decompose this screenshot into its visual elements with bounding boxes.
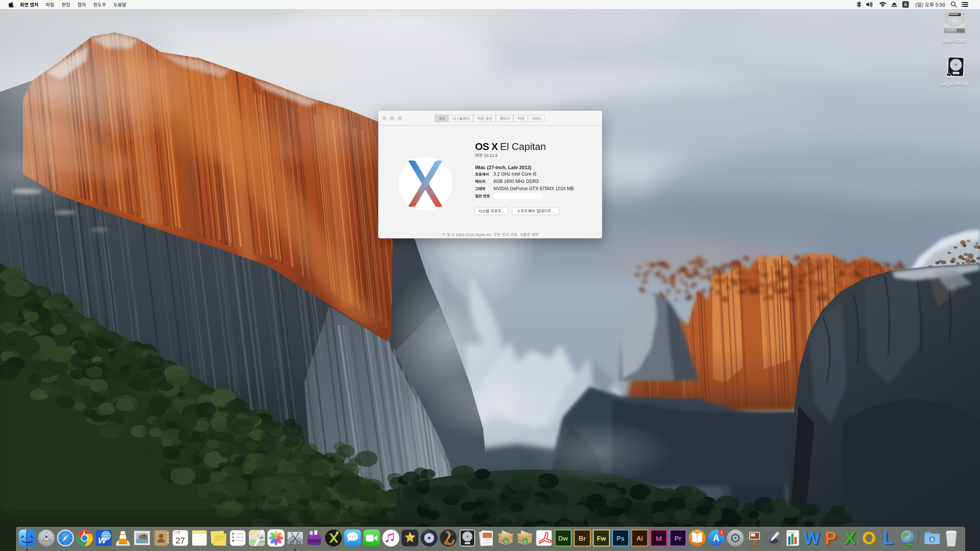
svg-text:iMac (27-inch, Late 2012): iMac (27-inch, Late 2012): [475, 165, 531, 170]
svg-text:W: W: [803, 529, 820, 547]
svg-text:3.2 GHz Intel Core i5: 3.2 GHz Intel Core i5: [493, 171, 536, 177]
svg-text:w: w: [98, 534, 107, 546]
svg-text:A: A: [713, 533, 719, 543]
svg-text:Br: Br: [579, 535, 586, 542]
svg-text:L: L: [883, 529, 893, 547]
svg-text:Ps: Ps: [617, 535, 625, 542]
svg-text:8GB 1600 MHz DDR3: 8GB 1600 MHz DDR3: [493, 179, 539, 184]
svg-text:Fw: Fw: [597, 535, 606, 542]
svg-text:A: A: [904, 2, 907, 7]
svg-text:1: 1: [720, 530, 723, 535]
svg-text:Ai: Ai: [637, 535, 643, 542]
svg-text:OS X El Capitan: OS X El Capitan: [475, 141, 546, 152]
svg-text:NVIDIA GeForce GTX 675MX 1024: NVIDIA GeForce GTX 675MX 1024 MB: [493, 186, 574, 191]
svg-text:27: 27: [176, 536, 185, 545]
svg-text:P: P: [825, 529, 837, 547]
svg-text:Id: Id: [656, 535, 662, 542]
svg-text:X: X: [844, 529, 856, 547]
svg-text:O: O: [862, 529, 876, 547]
svg-text:Dw: Dw: [558, 535, 568, 542]
svg-text:Pr: Pr: [675, 535, 681, 542]
